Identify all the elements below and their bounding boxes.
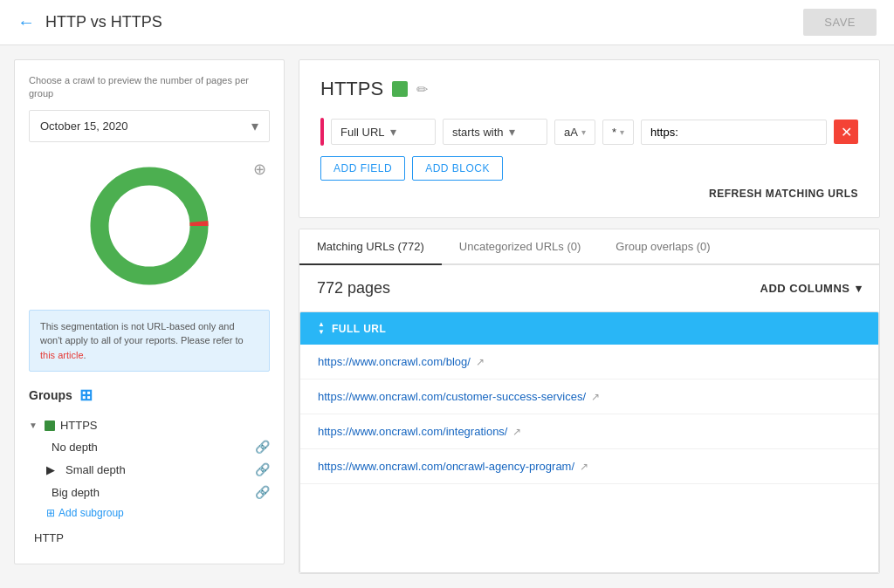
add-columns-chevron-icon: ▾ bbox=[856, 282, 863, 295]
save-button[interactable]: SAVE bbox=[803, 9, 877, 36]
add-columns-button[interactable]: ADD COLUMNS ▾ bbox=[760, 282, 863, 295]
edit-icon[interactable]: ✏ bbox=[416, 81, 428, 98]
results-header: 772 pages ADD COLUMNS ▾ bbox=[299, 265, 879, 311]
groups-header: Groups ⊞ bbox=[29, 386, 270, 405]
url-text-1[interactable]: https://www.oncrawl.com/customer-success… bbox=[318, 390, 586, 403]
expand-small-icon: ▶ bbox=[46, 463, 55, 476]
https-children: No depth 🔗 ▶ Small depth 🔗 Big depth 🔗 bbox=[29, 435, 270, 523]
info-link[interactable]: this article bbox=[40, 350, 84, 360]
filter-input[interactable] bbox=[641, 120, 827, 145]
table-row: https://www.oncrawl.com/customer-success… bbox=[300, 379, 878, 414]
remove-filter-button[interactable]: ✕ bbox=[834, 120, 858, 144]
results-container: Matching URLs (772) Uncategorized URLs (… bbox=[299, 229, 880, 574]
refresh-matching-urls-button[interactable]: REFRESH MATCHING URLS bbox=[709, 188, 858, 200]
table-row: https://www.oncrawl.com/blog/ ↗ bbox=[300, 345, 878, 379]
link-off-big-icon: 🔗 bbox=[255, 485, 270, 499]
field-chevron-icon: ▾ bbox=[390, 125, 396, 139]
field-select[interactable]: Full URL ▾ bbox=[331, 119, 436, 145]
group-card: HTTPS ✏ Full URL ▾ starts with ▾ aA ▾ bbox=[299, 59, 880, 218]
external-link-icon-3: ↗ bbox=[580, 461, 588, 473]
svg-point-0 bbox=[100, 176, 199, 276]
right-panel: HTTPS ✏ Full URL ▾ starts with ▾ aA ▾ bbox=[299, 59, 880, 574]
page-title: HTTP vs HTTPS bbox=[45, 13, 162, 31]
add-group-icon[interactable]: ⊞ bbox=[79, 386, 93, 405]
action-buttons: ADD FIELD ADD BLOCK bbox=[320, 156, 858, 181]
child-item-small-depth[interactable]: ▶ Small depth 🔗 bbox=[46, 458, 270, 481]
http-group-label: HTTP bbox=[34, 531, 64, 544]
add-subgroup-button[interactable]: ⊞ Add subgroup bbox=[46, 503, 270, 523]
external-link-icon-0: ↗ bbox=[476, 356, 485, 368]
table-row: https://www.oncrawl.com/integrations/ ↗ bbox=[300, 414, 878, 449]
crawl-label: Choose a crawl to preview the number of … bbox=[29, 74, 270, 101]
table-header-row: ▲ ▼ FULL URL bbox=[300, 312, 878, 345]
https-group-label: HTTPS bbox=[60, 419, 98, 432]
back-button[interactable]: ← bbox=[17, 12, 35, 32]
https-color-indicator bbox=[45, 420, 55, 431]
tab-matching-urls[interactable]: Matching URLs (772) bbox=[299, 229, 442, 265]
small-depth-label: Small depth bbox=[65, 463, 126, 476]
expand-icon: ▼ bbox=[29, 420, 38, 430]
full-url-column-header: FULL URL bbox=[332, 323, 386, 335]
value-modifier-box[interactable]: * ▾ bbox=[602, 120, 634, 145]
group-card-header: HTTPS ✏ bbox=[320, 78, 858, 100]
url-text-0[interactable]: https://www.oncrawl.com/blog/ bbox=[318, 355, 471, 368]
pages-count: 772 pages bbox=[317, 279, 390, 297]
refresh-row: REFRESH MATCHING URLS bbox=[320, 188, 858, 200]
filter-row: Full URL ▾ starts with ▾ aA ▾ * ▾ ✕ bbox=[320, 118, 858, 146]
info-box: This segmentation is not URL-based only … bbox=[29, 310, 270, 373]
tab-uncategorized-urls[interactable]: Uncategorized URLs (0) bbox=[442, 229, 598, 265]
header: ← HTTP vs HTTPS SAVE bbox=[0, 0, 894, 45]
green-color-indicator bbox=[392, 81, 408, 97]
url-text-2[interactable]: https://www.oncrawl.com/integrations/ bbox=[318, 425, 507, 438]
child-item-big-depth[interactable]: Big depth 🔗 bbox=[46, 481, 270, 503]
add-subgroup-label: Add subgroup bbox=[58, 507, 124, 519]
value-type-box[interactable]: aA ▾ bbox=[554, 120, 595, 145]
no-depth-label: No depth bbox=[52, 441, 98, 454]
group-name-title: HTTPS bbox=[320, 78, 383, 100]
condition-select[interactable]: starts with ▾ bbox=[443, 119, 547, 145]
condition-chevron-icon: ▾ bbox=[509, 125, 515, 139]
sort-up-icon: ▲ bbox=[318, 321, 325, 328]
donut-chart: ⊕ bbox=[29, 156, 270, 296]
value-type-chevron-icon: ▾ bbox=[581, 127, 586, 137]
tab-group-overlaps[interactable]: Group overlaps (0) bbox=[598, 229, 727, 265]
add-field-button[interactable]: ADD FIELD bbox=[320, 156, 405, 181]
value-modifier-chevron-icon: ▾ bbox=[620, 127, 624, 137]
add-block-button[interactable]: ADD BLOCK bbox=[412, 156, 503, 181]
link-off-icon: 🔗 bbox=[255, 440, 270, 454]
external-link-icon-1: ↗ bbox=[591, 391, 600, 403]
zoom-icon[interactable]: ⊕ bbox=[253, 160, 266, 179]
add-subgroup-icon: ⊞ bbox=[46, 507, 55, 519]
sort-down-icon: ▼ bbox=[318, 329, 325, 336]
groups-label: Groups bbox=[29, 388, 72, 402]
group-item-http[interactable]: HTTP bbox=[29, 526, 270, 550]
external-link-icon-2: ↗ bbox=[512, 426, 521, 438]
tabs-bar: Matching URLs (772) Uncategorized URLs (… bbox=[299, 229, 879, 265]
group-item-https[interactable]: ▼ HTTPS bbox=[29, 415, 270, 435]
table-row: https://www.oncrawl.com/oncrawl-agency-p… bbox=[300, 449, 878, 484]
results-table: ▲ ▼ FULL URL https://www.oncrawl.com/blo… bbox=[299, 311, 879, 573]
sort-arrows[interactable]: ▲ ▼ bbox=[318, 321, 325, 336]
header-left: ← HTTP vs HTTPS bbox=[17, 12, 162, 32]
big-depth-label: Big depth bbox=[52, 486, 100, 499]
link-off-small-icon: 🔗 bbox=[255, 462, 270, 476]
left-panel: Choose a crawl to preview the number of … bbox=[14, 59, 285, 564]
crawl-date-select[interactable]: October 15, 2020 ▾ bbox=[29, 110, 270, 142]
url-list: https://www.oncrawl.com/blog/ ↗ https://… bbox=[300, 345, 878, 572]
url-text-3[interactable]: https://www.oncrawl.com/oncrawl-agency-p… bbox=[318, 460, 574, 473]
main-content: Choose a crawl to preview the number of … bbox=[0, 45, 894, 588]
chevron-down-icon: ▾ bbox=[251, 118, 258, 134]
filter-bar-indicator bbox=[320, 118, 324, 146]
child-item-no-depth[interactable]: No depth 🔗 bbox=[46, 435, 270, 458]
